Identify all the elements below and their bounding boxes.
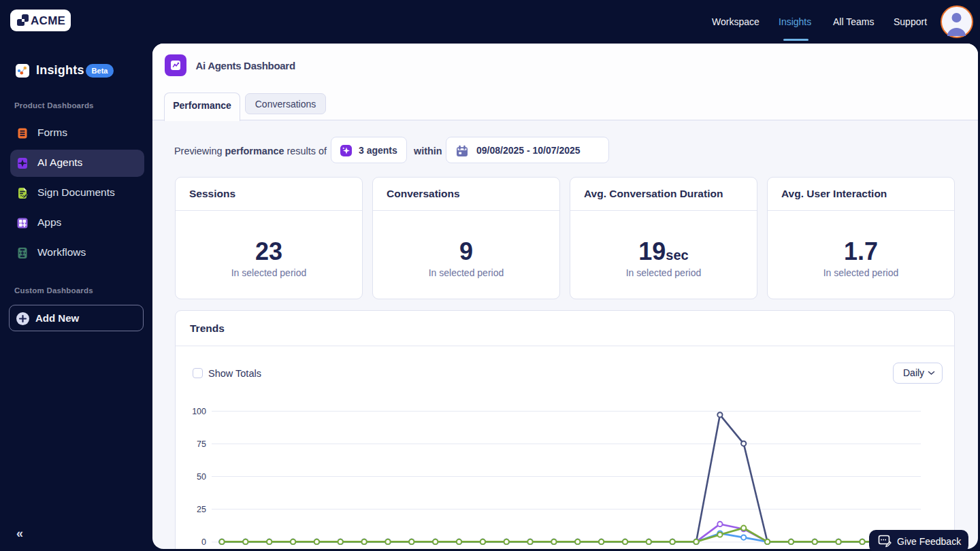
svg-text:0: 0	[201, 537, 206, 547]
svg-text:75: 75	[197, 439, 206, 449]
svg-text:25: 25	[197, 505, 206, 514]
svg-text:50: 50	[197, 472, 206, 482]
svg-text:100: 100	[192, 407, 206, 416]
